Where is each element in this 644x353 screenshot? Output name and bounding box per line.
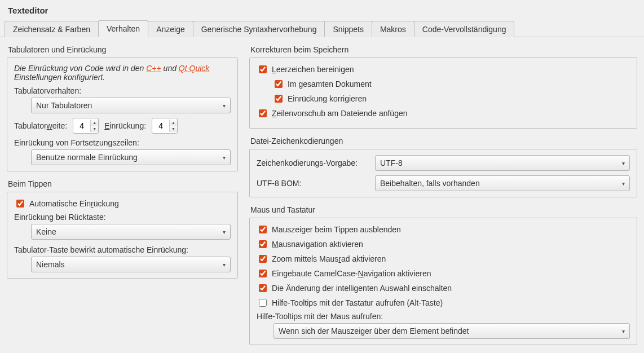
tab-width-label: Tabulatorweite:: [14, 121, 67, 130]
tab-width-spin[interactable]: ▲▼: [73, 118, 99, 134]
tabkey-select[interactable]: Niemals ▾: [31, 257, 231, 272]
group-title-saving: Korrekturen beim Speichern: [250, 45, 637, 54]
chevron-down-icon: ▾: [622, 328, 625, 334]
group-title-encoding: Datei-Zeichenkodierungen: [250, 136, 637, 145]
spin-down-icon[interactable]: ▼: [91, 126, 98, 132]
camelcase-label: Eingebaute CamelCase-Navigation aktivier…: [272, 269, 431, 278]
hide-cursor-label: Mauszeiger beim Tippen ausblenden: [272, 225, 401, 234]
continuation-select[interactable]: Benutze normale Einrückung ▾: [31, 149, 231, 165]
tab-display[interactable]: Anzeige: [148, 21, 193, 37]
whole-document-checkbox[interactable]: [275, 80, 283, 88]
tab-syntax[interactable]: Generische Syntaxhervorhebung: [193, 21, 325, 37]
link-qtquick[interactable]: Qt Quick: [179, 64, 209, 73]
zoom-checkbox[interactable]: [259, 255, 267, 263]
mouse-tooltip-label: Hilfe-Tooltips mit der Maus aufrufen:: [257, 312, 630, 321]
link-cpp[interactable]: C++: [146, 64, 161, 73]
hide-cursor-checkbox[interactable]: [259, 226, 267, 233]
zoom-label: Zoom mittels Mausrad aktivieren: [272, 254, 386, 263]
indent-width-label: Einrückung:: [104, 121, 146, 130]
tab-width-input[interactable]: [73, 121, 90, 131]
auto-indent-label: Automatische Einrückung: [29, 199, 119, 208]
tab-behavior-label: Tabulatorverhalten:: [14, 86, 231, 95]
tab-completion[interactable]: Code-Vervollständigung: [414, 21, 515, 37]
group-encoding: Zeichenkodierungs-Vorgabe: UTF-8 ▾ UTF-8…: [249, 149, 637, 197]
bom-label: UTF-8 BOM:: [257, 179, 369, 188]
chevron-down-icon: ▾: [223, 103, 226, 109]
mouse-tooltip-select[interactable]: Wenn sich der Mauszeiger über dem Elemen…: [274, 323, 630, 339]
group-typing: Automatische Einrückung Einrückung bei R…: [7, 192, 238, 279]
tabkey-label: Tabulator-Taste bewirkt automatische Ein…: [14, 245, 231, 254]
fix-indent-label: Einrückung korrigieren: [288, 94, 367, 103]
chevron-down-icon: ▾: [622, 180, 625, 187]
tab-snippets[interactable]: Snippets: [324, 21, 372, 37]
indent-width-spin[interactable]: ▲▼: [152, 118, 178, 134]
smart-select-checkbox[interactable]: [259, 284, 267, 292]
newline-eof-checkbox[interactable]: [259, 109, 267, 117]
spin-up-icon[interactable]: ▲: [91, 120, 98, 126]
backspace-label: Einrückung bei Rücktaste:: [14, 213, 231, 222]
group-title-mouse: Maus und Tastatur: [250, 205, 637, 214]
chevron-down-icon: ▾: [223, 229, 226, 235]
camelcase-checkbox[interactable]: [259, 270, 267, 277]
group-saving: Leerzeichen bereinigen Im gesamten Dokum…: [249, 58, 637, 129]
chevron-down-icon: ▾: [223, 155, 226, 161]
chevron-down-icon: ▾: [223, 262, 226, 268]
auto-indent-checkbox[interactable]: [16, 200, 24, 208]
bom-select[interactable]: Beibehalten, falls vorhanden ▾: [375, 175, 630, 191]
mouse-nav-label: Mausnavigation aktivieren: [272, 240, 363, 249]
group-title-typing: Beim Tippen: [8, 179, 238, 188]
fix-indent-checkbox[interactable]: [275, 95, 283, 103]
indent-note: Die Einrückung von Code wird in den C++ …: [14, 64, 231, 82]
spin-up-icon[interactable]: ▲: [170, 120, 177, 126]
encoding-default-select[interactable]: UTF-8 ▾: [375, 155, 630, 171]
tab-macros[interactable]: Makros: [372, 21, 414, 37]
indent-width-input[interactable]: [152, 121, 169, 131]
backspace-select[interactable]: Keine ▾: [31, 224, 231, 240]
smart-select-label: Die Änderung der intelligenten Auswahl e…: [272, 284, 452, 293]
clean-whitespace-label: Leerzeichen bereinigen: [272, 65, 354, 74]
group-title-tabs: Tabulatoren und Einrückung: [8, 45, 238, 54]
newline-eof-label: Zeilenvorschub am Dateiende anfügen: [272, 109, 408, 118]
chevron-down-icon: ▾: [622, 160, 625, 166]
tab-behavior-select[interactable]: Nur Tabulatoren ▾: [31, 98, 231, 113]
tab-bar: Zeichensatz & Farben Verhalten Anzeige G…: [0, 20, 644, 37]
tab-fonts-colors[interactable]: Zeichensatz & Farben: [5, 21, 99, 37]
keyboard-tooltip-checkbox[interactable]: [259, 299, 267, 307]
keyboard-tooltip-label: Hilfe-Tooltips mit der Tastatur aufrufen…: [272, 298, 443, 307]
whole-document-label: Im gesamten Dokument: [288, 80, 372, 89]
mouse-nav-checkbox[interactable]: [259, 240, 267, 248]
group-mouse: Mauszeiger beim Tippen ausblenden Mausna…: [249, 218, 637, 345]
encoding-default-label: Zeichenkodierungs-Vorgabe:: [257, 158, 369, 167]
tab-behavior[interactable]: Verhalten: [98, 20, 148, 37]
group-tabs: Die Einrückung von Code wird in den C++ …: [7, 58, 238, 171]
page-title: Texteditor: [0, 0, 644, 20]
spin-down-icon[interactable]: ▼: [170, 126, 177, 132]
clean-whitespace-checkbox[interactable]: [259, 65, 267, 73]
continuation-label: Einrückung von Fortsetzungszeilen:: [14, 138, 231, 147]
